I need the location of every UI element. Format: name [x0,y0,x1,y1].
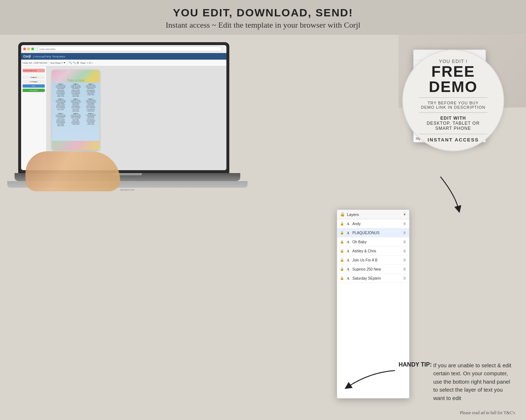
table-col-2: TABLE 2 SAMANTHA JONES CARRIE BRADFORD J… [68,84,83,97]
table-grid-3: TABLE 7 SAMANTHA JONES CAROL BRADFORD JA… [54,113,98,127]
sidebar-actions: Original A Changes Save Download [22,75,46,93]
layer-item-join[interactable]: 🔒 A Join Us For A B 🗑 [337,256,409,265]
layer-name-ashley-chris: Ashley & Chris [352,249,401,253]
browser-bar: corjl.com/editor [21,45,226,53]
footer-note: Please read ad in full for T&C's [460,410,515,416]
layer-name-supinos: Supinos 250 New [352,267,401,271]
t1-name8: COREL JONES [54,96,68,97]
arrow-panel-to-layers [433,173,470,217]
demo-divider-3 [419,134,488,134]
demo-devices: DESKTOP, TABLET OR [427,121,480,126]
t5-name8: COREL JONES [68,111,83,112]
layer-item-ashley-chris[interactable]: 🔒 A Ashley & Chris 🗑 [337,247,409,256]
trash-saturday-icon[interactable]: 🗑 [403,276,406,280]
action-save[interactable]: Save [23,84,45,88]
trash-join-icon[interactable]: 🗑 [403,258,406,262]
lock-oh-baby-icon: 🔒 [340,240,344,244]
dot-close [23,48,26,50]
toolbar-orderid: Order ID: 15097581934 [23,61,47,64]
layer-type-join: A [345,257,351,263]
t2-name8: COREL JONES [68,96,83,97]
toolbar-sep1 [49,61,49,65]
demo-free: FREE [431,64,475,79]
banner-title: YOU EDIT, DOWNLOAD, SEND! [0,7,526,19]
layer-type-plaquejonus: A [345,230,351,235]
layer-type-saturday: A [345,276,351,281]
hand-area [22,144,131,191]
layer-item-plaquejonus[interactable]: 🔒 A PLAQUEJONUS 🗑 [337,228,409,237]
table-col-3: TABLE 3 SAMANTHA JONES CARRIE BRADFORD J… [84,84,98,97]
table-col-4: TABLE 4 SAMANTHA JONES CAROL BRADFORD JA… [54,99,68,112]
layer-type-ashley: A [345,248,351,253]
top-banner: YOU EDIT, DOWNLOAD, SEND! Instant access… [0,0,526,35]
toolbar-page: best (hmg 5 ▼ [51,61,66,64]
incomplete-badge: ⊙ INCOMPLETE [23,69,45,72]
layer-type-andy: A [345,221,351,226]
trash-plaquejonus-icon[interactable]: 🗑 [403,231,406,235]
layer-name-plaquejonus: PLAQUEJONUS [352,231,401,235]
layers-title: Layers [345,212,403,217]
t6-name8: COREL JONES [84,111,98,112]
layer-type-supinos: A [345,267,351,272]
layer-name-andy: Andy [352,222,401,226]
demo-divider-1 [419,97,488,98]
incomplete-text: ⊙ INCOMPLETE [23,70,37,72]
layer-name-saturday: Saturday SEptem [352,276,401,280]
demo-circle: YOU EDIT ! FREE DEMO TRY BEFORE YOU BUY … [402,49,504,151]
dot-minimize [27,48,30,50]
demo-edit-with: EDIT WITH [440,116,466,121]
lock-plaquejonus-icon: 🔒 [340,231,344,235]
layer-name-join: Join Us For A B [352,258,401,262]
trash-andy-icon[interactable]: 🗑 [403,222,406,225]
trash-ashley-icon[interactable]: 🗑 [403,249,406,253]
hand-shape [25,151,120,191]
lock-supinos-icon: 🔒 [340,267,344,271]
trash-oh-baby-icon[interactable]: 🗑 [403,240,406,244]
t4-name7: ZENA JONES [54,109,68,111]
demo-smart-phone: SMART PHONE [435,126,471,131]
toolbar-sep2 [67,61,67,65]
layers-header: 🔒 Layers ▼ [337,210,409,219]
laptop-mockup: corjl.com/editor Corjl | HoocayParty Tem… [7,42,248,191]
demo-demo: DEMO [429,79,478,95]
seating-chart-card: Take a seat TABLE 1 SAMANTHA JONES CAROL… [52,70,99,150]
handy-tip-section: HANDY TIP: If you are unable to select &… [399,361,515,403]
layer-type-oh-baby: A [345,239,351,244]
lock-saturday-icon: 🔒 [340,276,344,280]
demo-link: DEMO LINK IN DESCRIPTION [421,105,486,109]
banner-subtitle: Instant access ~ Edit the template in yo… [0,20,526,30]
sidebar-top: ⊙ INCOMPLETE [22,68,46,75]
demo-try-before: TRY BEFORE YOU BUY [428,101,479,105]
action-download[interactable]: Download [23,89,45,92]
main-area: corjl.com/editor Corjl | HoocayParty Tem… [0,35,526,420]
lock-icon: 🔒 [340,212,345,217]
action-changes: A Changes [23,80,45,83]
layer-item-oh-baby[interactable]: 🔒 A Oh Baby 🗑 [337,237,409,247]
corjl-logo-bar: Corjl | HoocayParty Templates [21,53,226,60]
browser-url: corjl.com/editor [37,47,222,51]
layer-item-andy[interactable]: 🔒 A Andy 🗑 [337,219,409,228]
toolbar-page-num: Page: 1 of 1 [80,61,93,64]
demo-divider-2 [419,112,488,113]
table-grid: TABLE 1 SAMANTHA JONES CAROL BRADFORD JA… [54,84,98,97]
corjl-subtitle-bar: | HoocayParty Templates [33,55,66,58]
table-col-1: TABLE 1 SAMANTHA JONES CAROL BRADFORD JA… [54,84,68,97]
action-original: Original [23,76,45,79]
t7-name8: COREL JONES [54,125,68,127]
laptop-area: corjl.com/editor Corjl | HoocayParty Tem… [0,35,255,420]
toolbar-zoom: 🔍 🔍 ⊞ [69,61,79,64]
corjl-logo: Corjl [23,55,31,58]
layer-item-supinos[interactable]: 🔒 A Supinos 250 New 🗑 [337,265,409,274]
table-grid-2: TABLE 4 SAMANTHA JONES CAROL BRADFORD JA… [54,99,98,112]
floral-top [52,70,99,83]
table-col-8: TABLE 8 SAMANTHA JONES CARRIE BRADFORD T… [68,113,83,127]
lock-join-icon: 🔒 [340,258,344,262]
lock-andy-icon: 🔒 [340,222,344,225]
table-col-5: TABLE 5 SAMANTHA JONES CARRIE BRADFORD J… [68,99,83,112]
handy-tip-label: HANDY TIP: [399,361,432,403]
trash-supinos-icon[interactable]: 🗑 [403,267,406,271]
chevron-down-icon[interactable]: ▼ [403,213,406,216]
t8-name7: COREL JONES [68,124,83,125]
center-area: Add Text Box Add New Image ↩ Undo ↪ Redo… [255,35,526,420]
layer-item-saturday[interactable]: 🔒 A Saturday SEptem 🗑 [337,274,409,283]
